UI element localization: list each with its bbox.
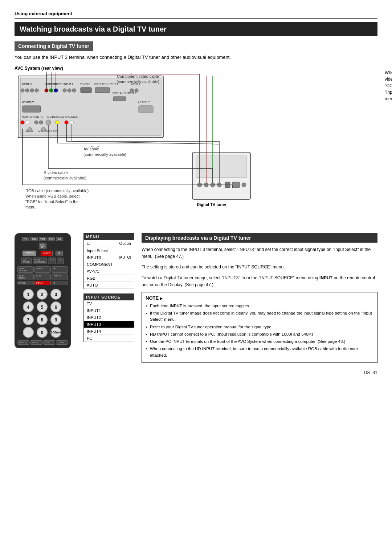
svg-rect-52 — [232, 182, 240, 188]
input-source-input1[interactable]: INPUT1 — [84, 307, 134, 314]
displaying-title: Displaying broadcasts via a Digital TV t… — [142, 233, 377, 243]
svg-text:AC INPUT: AC INPUT — [138, 101, 150, 104]
bottom-section: TV CBL VCR DVD LD SAT/DTV POWER INPUT ⚙ … — [15, 233, 377, 363]
remote-ld-btn[interactable]: LD — [56, 237, 63, 241]
svg-rect-46 — [196, 156, 247, 178]
remote-prog[interactable]: PROG — [17, 281, 34, 285]
remote-numpad: 1 2 3 4 5 6 7 8 9 · 0 100ENT — [23, 289, 63, 338]
svg-text:(commercially available): (commercially available) — [44, 176, 86, 180]
svg-point-14 — [72, 89, 76, 92]
remote-mts[interactable]: MTS — [48, 258, 56, 264]
remote-down[interactable]: ▼ — [52, 281, 68, 285]
svg-rect-27 — [23, 106, 41, 112]
remote-num-4[interactable]: 4 — [23, 301, 34, 312]
menu-av-yc[interactable]: AV·Y/C — [84, 268, 134, 275]
remote-view-mode[interactable]: VIEWMODE — [17, 274, 34, 280]
diagram-svg: INPUT 3 COMPONENT INPUT 1 RS-232C D — [15, 72, 287, 225]
menu-input3[interactable]: INPUT3 [AUTO] — [84, 254, 134, 261]
menu-component[interactable]: COMPONENT — [84, 261, 134, 268]
svg-text:When using RGB cable, select: When using RGB cable, select — [25, 194, 79, 198]
remote-num-5[interactable]: 5 — [37, 301, 48, 312]
menu-av-yc-label: AV·Y/C — [87, 269, 99, 274]
note-item-1: Each time INPUT is pressed, the input so… — [146, 303, 373, 309]
remote-num-9[interactable]: 9 — [50, 314, 61, 325]
svg-text:Component video cable: Component video cable — [117, 74, 159, 78]
svg-text:(commercially available): (commercially available) — [83, 152, 126, 157]
remote-power-btn[interactable]: POWER — [23, 251, 36, 256]
remote-front-surround[interactable]: FRONTSURROUND — [33, 258, 47, 264]
remote-select[interactable]: SELECT — [34, 266, 51, 273]
header-divider — [15, 18, 377, 19]
remote-display[interactable]: DISPLAY — [17, 340, 29, 345]
input-source-box: INPUT SOURCE TV INPUT1 INPUT2 INPUT3 INP… — [83, 293, 134, 342]
svg-text:COMPONENT: COMPONENT — [45, 83, 62, 85]
remote-source-buttons: TV CBL VCR DVD LD — [17, 237, 68, 241]
remote-sat-btn[interactable]: SAT/DTV — [39, 243, 46, 249]
remote-num-0[interactable]: 0 — [37, 327, 48, 338]
input-source-input3[interactable]: INPUT3 — [84, 321, 134, 328]
note-item-5: Use the PC INPUT terminals on the front … — [146, 339, 373, 345]
remote-num-100[interactable]: 100ENT — [50, 327, 61, 338]
menu-rgb[interactable]: RGB — [84, 275, 134, 282]
remote-dvd-btn[interactable]: DVD — [48, 237, 55, 241]
menu-input-select[interactable]: Input Select — [84, 247, 134, 254]
input-source-tv[interactable]: TV — [84, 300, 134, 307]
svg-text:MONITOR OUTPUT: MONITOR OUTPUT — [22, 116, 45, 118]
left-column: TV CBL VCR DVD LD SAT/DTV POWER INPUT ⚙ … — [15, 233, 76, 363]
menu-option-label: Option — [119, 241, 131, 246]
remote-power-row: POWER INPUT ⚙ — [17, 251, 68, 256]
remote-up[interactable]: ▲ — [52, 266, 68, 273]
remote-input[interactable]: INPUT — [34, 281, 51, 285]
svg-text:DISPLAY OUTPUT 2: DISPLAY OUTPUT 2 — [113, 92, 136, 94]
note-list: Each time INPUT is pressed, the input so… — [146, 303, 373, 358]
remote-num-dot[interactable]: · — [23, 327, 34, 338]
input-source-input2[interactable]: INPUT2 — [84, 314, 134, 321]
remote-vcr-btn[interactable]: VCR — [39, 237, 46, 241]
remote-twin-picture[interactable]: TWINPICTURE — [17, 266, 34, 273]
svg-text:Digital TV tuner: Digital TV tuner — [197, 202, 226, 207]
section-header: Using external equipment — [15, 11, 377, 16]
remote-num-2[interactable]: 2 — [37, 289, 48, 300]
remote-edit[interactable]: EDIT — [43, 340, 55, 345]
remote-num-7[interactable]: 7 — [23, 314, 34, 325]
svg-point-6 — [35, 89, 38, 92]
remote-twin-ch[interactable]: TWIN CH — [52, 274, 68, 280]
svg-text:~: ~ — [91, 144, 94, 150]
component-note: When using component video cable, select… — [385, 69, 392, 102]
remote-learn[interactable]: LEARN — [56, 340, 68, 345]
note-box: NOTE Each time INPUT is pressed, the inp… — [142, 292, 377, 363]
svg-text:INPUT 1: INPUT 1 — [64, 83, 73, 85]
remote-settings-btn[interactable]: ⚙ — [56, 251, 63, 256]
svg-text:{: { — [131, 73, 132, 76]
remote-cc[interactable]: CC — [57, 258, 64, 264]
remote-control: TV CBL VCR DVD LD SAT/DTV POWER INPUT ⚙ … — [15, 233, 71, 348]
remote-mode-row: AVMODE FRONTSURROUND MTS CC — [17, 258, 68, 264]
remote-num-6[interactable]: 6 — [50, 301, 61, 312]
remote-tv-btn[interactable]: TV — [22, 237, 29, 241]
menu-option[interactable]: ☐ Option — [84, 240, 134, 247]
remote-av-mode[interactable]: AVMODE — [21, 258, 32, 264]
remote-num-8[interactable]: 8 — [37, 314, 48, 325]
svg-point-44 — [41, 127, 46, 132]
remote-num-3[interactable]: 3 — [50, 289, 61, 300]
svg-point-4 — [25, 89, 29, 92]
intro-text: You can use the INPUT 3 terminal when co… — [15, 54, 377, 60]
input-source-input4[interactable]: INPUT4 — [84, 328, 134, 335]
menu-input3-label: INPUT3 — [87, 255, 101, 260]
menu-component-label: COMPONENT — [87, 262, 113, 267]
diagram-area: AVC System (rear view) INPUT 3 COMPONENT — [15, 66, 377, 226]
menu-auto[interactable]: AUTO — [84, 282, 134, 289]
svg-text:~: ~ — [97, 144, 100, 150]
remote-cbl-btn[interactable]: CBL — [30, 237, 38, 241]
remote-sleep[interactable]: SLEEP — [30, 340, 42, 345]
input-source-pc[interactable]: PC — [84, 335, 134, 342]
svg-rect-20 — [113, 97, 126, 101]
remote-sub[interactable]: SUB — [34, 274, 51, 280]
remote-input-btn[interactable]: INPUT — [41, 251, 53, 256]
svg-point-33 — [39, 121, 43, 124]
svg-text:IN: IN — [36, 116, 39, 118]
svg-point-29 — [21, 121, 24, 124]
svg-point-35 — [46, 120, 51, 125]
remote-num-1[interactable]: 1 — [23, 289, 34, 300]
remote-bottom-btns: DISPLAY SLEEP EDIT LEARN — [17, 340, 68, 345]
